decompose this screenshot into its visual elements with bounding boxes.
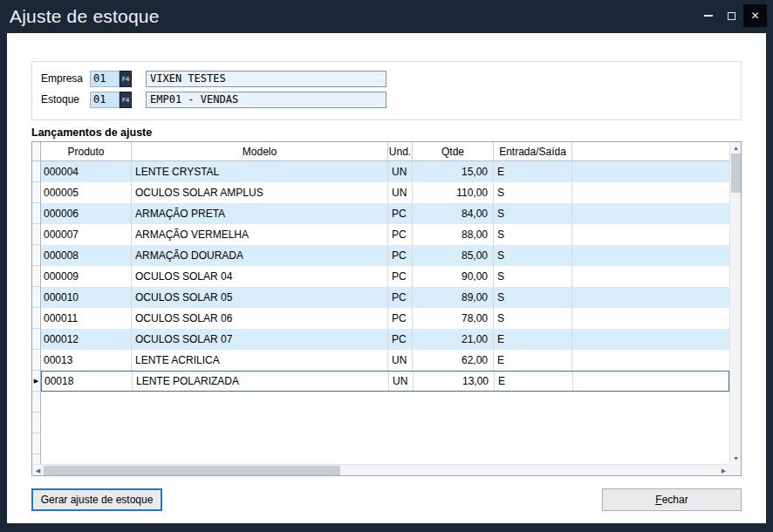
grid-row[interactable]: 00013LENTE ACRILICAUN62,00E [32,350,729,371]
row-selector[interactable] [32,329,41,350]
cell-modelo[interactable]: ARMAÇÃO PRETA [132,203,388,224]
column-header-qtde[interactable]: Qtde [413,142,494,160]
minimize-button[interactable] [696,4,720,27]
row-selector[interactable] [32,161,41,182]
cell-qtde[interactable]: 85,00 [413,245,494,266]
cell-produto[interactable]: 000009 [41,266,132,287]
column-header-produto[interactable]: Produto [41,142,132,160]
row-selector[interactable] [32,203,41,224]
maximize-button[interactable] [720,4,743,27]
cell-und[interactable]: PC [388,245,413,266]
cell-produto[interactable]: 000011 [41,308,132,329]
grid-row[interactable]: 000010OCULOS SOLAR 05PC89,00S [32,287,729,308]
row-selector[interactable] [32,454,41,464]
cell-und[interactable]: PC [388,308,413,329]
cell-es[interactable]: S [494,308,572,329]
cell-qtde[interactable]: 110,00 [413,182,494,203]
cell-qtde[interactable]: 88,00 [413,224,494,245]
cell-es[interactable]: S [494,266,572,287]
empresa-lookup-button[interactable]: F4 [120,71,132,87]
row-selector[interactable] [32,350,41,371]
empresa-name-field[interactable]: VIXEN TESTES [146,71,386,87]
cell-und[interactable]: UN [388,350,413,371]
cell-modelo[interactable]: ARMAÇÃO VERMELHA [132,224,388,245]
column-header-modelo[interactable]: Modelo [132,142,388,160]
vertical-scrollbar[interactable]: ▲ ▼ [729,142,741,464]
cell-produto[interactable]: 000006 [41,203,132,224]
grid-row[interactable]: 000012OCULOS SOLAR 07PC21,00E [32,329,729,350]
grid-row[interactable]: 000004LENTE CRYSTALUN15,00E [32,161,729,182]
cell-produto[interactable]: 000007 [41,224,132,245]
row-selector[interactable] [32,392,41,413]
window-close-button[interactable]: ✕ [743,4,767,27]
row-selector[interactable] [32,287,41,308]
estoque-name-field[interactable]: EMP01 - VENDAS [146,92,386,108]
cell-und[interactable]: PC [388,287,413,308]
cell-qtde[interactable]: 21,00 [413,329,494,350]
cell-modelo[interactable]: LENTE ACRILICA [132,350,388,371]
estoque-lookup-button[interactable]: F4 [120,92,132,108]
grid-row[interactable]: 000007ARMAÇÃO VERMELHAPC88,00S [32,224,729,245]
horizontal-scroll-thumb[interactable] [44,466,340,475]
cell-es[interactable]: S [494,287,572,308]
cell-modelo[interactable]: OCULOS SOLAR AMPLUS [132,182,388,203]
cell-modelo[interactable]: OCULOS SOLAR 05 [132,287,388,308]
scroll-up-button[interactable]: ▲ [730,142,742,153]
cell-produto[interactable]: 00018 [42,372,133,391]
cell-produto[interactable]: 000010 [41,287,132,308]
cell-und[interactable]: PC [388,203,413,224]
cell-modelo[interactable]: OCULOS SOLAR 04 [132,266,388,287]
grid-row[interactable]: ▶00018LENTE POLARIZADAUN13,00E [32,371,729,392]
cell-qtde[interactable]: 15,00 [413,161,494,182]
row-selector[interactable] [32,433,41,454]
cell-und[interactable]: UN [388,161,413,182]
scroll-down-button[interactable]: ▼ [730,453,742,464]
row-selector[interactable] [32,413,41,433]
row-selector[interactable] [32,224,41,245]
cell-es[interactable]: S [494,182,572,203]
cell-und[interactable]: UN [389,372,414,391]
cell-produto[interactable]: 000012 [41,329,132,350]
cell-es[interactable]: S [494,224,572,245]
grid-row[interactable]: 000009OCULOS SOLAR 04PC90,00S [32,266,729,287]
cell-es[interactable]: S [494,203,572,224]
grid-row[interactable]: 000008ARMAÇÃO DOURADAPC85,00S [32,245,729,266]
horizontal-scrollbar[interactable]: ◀ ▶ [32,464,729,475]
cell-modelo[interactable]: OCULOS SOLAR 07 [132,329,388,350]
cell-und[interactable]: PC [388,224,413,245]
cell-modelo[interactable]: LENTE CRYSTAL [132,161,388,182]
cell-es[interactable]: E [494,350,572,371]
row-selector[interactable] [32,308,41,329]
row-selector[interactable] [32,245,41,266]
cell-qtde[interactable]: 78,00 [413,308,494,329]
row-selector-current[interactable]: ▶ [32,371,41,392]
column-header-entrada-saida[interactable]: Entrada/Saída [494,142,572,160]
row-selector[interactable] [32,182,41,203]
cell-produto[interactable]: 000005 [41,182,132,203]
cell-qtde[interactable]: 13,00 [414,372,495,391]
cell-und[interactable]: UN [388,182,413,203]
cell-qtde[interactable]: 90,00 [413,266,494,287]
generate-adjustment-button[interactable]: Gerar ajuste de estoque [31,488,162,511]
grid-row[interactable]: 000006ARMAÇÃO PRETAPC84,00S [32,203,729,224]
cell-modelo[interactable]: LENTE POLARIZADA [133,372,389,391]
scroll-right-button[interactable]: ▶ [718,465,729,476]
cell-modelo[interactable]: OCULOS SOLAR 06 [132,308,388,329]
cell-qtde[interactable]: 89,00 [413,287,494,308]
grid-row[interactable]: 000005OCULOS SOLAR AMPLUSUN110,00S [32,182,729,203]
cell-es[interactable]: S [494,245,572,266]
cell-und[interactable]: PC [388,266,413,287]
vertical-scroll-thumb[interactable] [731,153,741,193]
column-header-und[interactable]: Und. [388,142,413,160]
cell-produto[interactable]: 000004 [41,161,132,182]
cell-qtde[interactable]: 62,00 [413,350,494,371]
scroll-left-button[interactable]: ◀ [32,465,44,476]
fechar-button[interactable]: Fechar [602,488,742,511]
cell-und[interactable]: PC [388,329,413,350]
cell-es[interactable]: E [494,161,572,182]
cell-produto[interactable]: 000008 [41,245,132,266]
cell-modelo[interactable]: ARMAÇÃO DOURADA [132,245,388,266]
cell-produto[interactable]: 00013 [41,350,132,371]
cell-es[interactable]: E [494,329,572,350]
cell-es[interactable]: E [495,372,573,391]
